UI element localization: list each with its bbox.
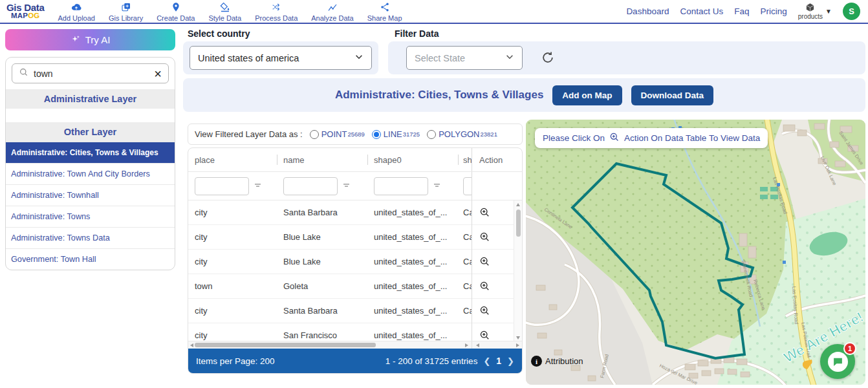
- sidebar-item-government-town-hall[interactable]: Government: Town Hall: [6, 248, 175, 270]
- section-administrative-layer: Administrative Layer: [6, 89, 175, 109]
- brand-logo[interactable]: Gis Data MAPOG: [6, 3, 44, 20]
- nav-item-create-data[interactable]: Create Data: [157, 1, 195, 22]
- chevron-down-icon: [354, 52, 363, 63]
- zoom-to-feature-icon[interactable]: [479, 330, 515, 341]
- filter-input-shape1[interactable]: [463, 177, 472, 195]
- products-menu[interactable]: products ▼: [798, 3, 832, 21]
- filter-icon[interactable]: [433, 180, 441, 192]
- section-gap: [6, 109, 175, 122]
- zoom-to-feature-icon[interactable]: [479, 256, 515, 267]
- map-hint-tooltip: Please Click On Action On Data Table To …: [535, 128, 768, 148]
- country-panel: United states of america: [183, 41, 378, 74]
- navbar-left: Gis Data MAPOG Add Upload Gis Library Cr…: [0, 0, 402, 23]
- view-data-as-bar: View Filtered Layer Data as : POINT25689…: [188, 124, 523, 145]
- map-marker-icon: [801, 359, 814, 371]
- navbar-right: Dashboard Contact Us Faq Pricing product…: [626, 0, 868, 23]
- chevron-down-icon: ▼: [825, 8, 832, 15]
- zoom-to-feature-icon[interactable]: [479, 232, 515, 242]
- try-ai-button[interactable]: Try AI: [5, 29, 175, 50]
- horizontal-scrollbar-thumb[interactable]: [195, 343, 376, 347]
- radio-polygon[interactable]: POLYGON23821: [427, 129, 497, 139]
- nav-item-gis-library[interactable]: Gis Library: [109, 1, 143, 22]
- column-header-name[interactable]: name: [277, 155, 367, 165]
- chevron-down-icon: [505, 52, 514, 63]
- sidebar-item-cities-towns-villages[interactable]: Administrative: Cities, Towns & Villages: [6, 142, 175, 163]
- add-on-map-button[interactable]: Add on Map: [552, 85, 622, 105]
- radio-line[interactable]: LINE31725: [372, 129, 420, 139]
- app: Gis Data MAPOG Add Upload Gis Library Cr…: [0, 0, 868, 388]
- chat-widget-button[interactable]: 1: [820, 344, 855, 379]
- info-icon: i: [531, 356, 542, 367]
- sidebar-item-townhall[interactable]: Administrative: Townhall: [6, 184, 175, 206]
- filter-icon[interactable]: [342, 180, 351, 192]
- nav-item-share-map[interactable]: Share Map: [367, 1, 402, 22]
- nav-item-style-data[interactable]: Style Data: [208, 1, 241, 22]
- current-page[interactable]: 1: [496, 356, 501, 366]
- nav-link-contact-us[interactable]: Contact Us: [680, 6, 723, 16]
- sidebar-item-towns-data[interactable]: Administrative: Towns Data: [6, 227, 175, 248]
- map-pin-icon: [171, 2, 181, 14]
- filter-data-label: Filter Data: [395, 28, 439, 39]
- select-country-label: Select country: [188, 28, 250, 39]
- sparkles-icon: [71, 34, 80, 46]
- chat-bubble-icon: [828, 352, 848, 372]
- column-header-place[interactable]: place: [188, 155, 277, 165]
- radio-line-control[interactable]: [372, 130, 381, 139]
- table-pagination-bar: Items per Page: 200 1 - 200 of 31725 ent…: [188, 349, 522, 373]
- zoom-to-feature-icon[interactable]: [479, 207, 515, 218]
- zoom-in-icon: [609, 132, 620, 144]
- view-data-as-label: View Filtered Layer Data as :: [195, 129, 303, 139]
- attribution-control[interactable]: i Attribution: [531, 356, 583, 367]
- filter-input-shape0[interactable]: [374, 177, 428, 195]
- table-vertical-scrollbar[interactable]: [514, 200, 522, 342]
- zoom-to-feature-icon[interactable]: [479, 281, 515, 292]
- library-add-icon: [121, 2, 131, 14]
- title-strip: Administrative: Cities, Towns & Villages…: [183, 78, 865, 112]
- country-select[interactable]: United states of america: [190, 46, 372, 70]
- vertical-scrollbar-thumb[interactable]: [516, 210, 521, 237]
- layer-sidebar: Try AI × Administrative Layer Other Laye…: [5, 29, 175, 270]
- state-select[interactable]: Select State: [406, 46, 523, 70]
- user-avatar[interactable]: S: [843, 3, 860, 20]
- filter-input-place[interactable]: [195, 177, 249, 195]
- nav-link-faq[interactable]: Faq: [734, 6, 749, 16]
- nav-link-dashboard[interactable]: Dashboard: [626, 6, 669, 16]
- next-page-icon[interactable]: ❯: [507, 356, 514, 366]
- analyze-chart-icon: [327, 2, 338, 14]
- download-data-button[interactable]: Download Data: [631, 85, 714, 105]
- filter-input-name[interactable]: [283, 177, 338, 195]
- column-header-action: Action: [472, 155, 515, 165]
- column-header-shape0[interactable]: shape0: [367, 155, 458, 165]
- nav-item-add-upload[interactable]: Add Upload: [58, 1, 95, 22]
- clear-search-icon[interactable]: ×: [154, 67, 162, 80]
- brand-sub: MAPOG: [6, 12, 44, 20]
- brand-name: Gis Data: [6, 3, 44, 12]
- radio-point[interactable]: POINT25689: [310, 129, 365, 139]
- entries-range: 1 - 200 of 31725 entries: [385, 356, 478, 366]
- page-title: Administrative: Cities, Towns & Villages: [335, 89, 543, 102]
- prev-page-icon[interactable]: ❮: [483, 356, 490, 366]
- data-table: place name shape0 shape Action city Sant…: [188, 147, 523, 374]
- nav-link-pricing[interactable]: Pricing: [760, 6, 787, 16]
- sidebar-item-town-city-borders[interactable]: Administrative: Town And City Borders: [6, 163, 175, 184]
- section-other-layer: Other Layer: [6, 122, 175, 142]
- table-horizontal-scrollbar[interactable]: [188, 341, 522, 349]
- share-nodes-icon: [380, 2, 390, 14]
- filter-icon[interactable]: [254, 180, 262, 192]
- process-arrows-icon: [271, 2, 281, 14]
- table-header-row: place name shape0 shape Action: [188, 148, 522, 172]
- sidebar-item-towns[interactable]: Administrative: Towns: [6, 206, 175, 227]
- radio-point-control[interactable]: [310, 130, 319, 139]
- reset-filter-icon[interactable]: [541, 50, 556, 66]
- map[interactable]: Centinela Lane Farm Road Hoza del Mar Dr…: [526, 120, 865, 385]
- nav-item-process-data[interactable]: Process Data: [255, 1, 298, 22]
- column-header-shape1[interactable]: shape: [458, 155, 472, 165]
- nav-item-analyze-data[interactable]: Analyze Data: [311, 1, 353, 22]
- search-icon: [19, 67, 28, 80]
- search-input[interactable]: [34, 69, 149, 79]
- map-canvas: Centinela Lane Farm Road Hoza del Mar Dr…: [526, 120, 865, 385]
- zoom-to-feature-icon[interactable]: [479, 305, 515, 316]
- radio-polygon-control[interactable]: [427, 130, 436, 139]
- cube-icon: [805, 3, 815, 14]
- pinned-column-divider: [472, 148, 472, 342]
